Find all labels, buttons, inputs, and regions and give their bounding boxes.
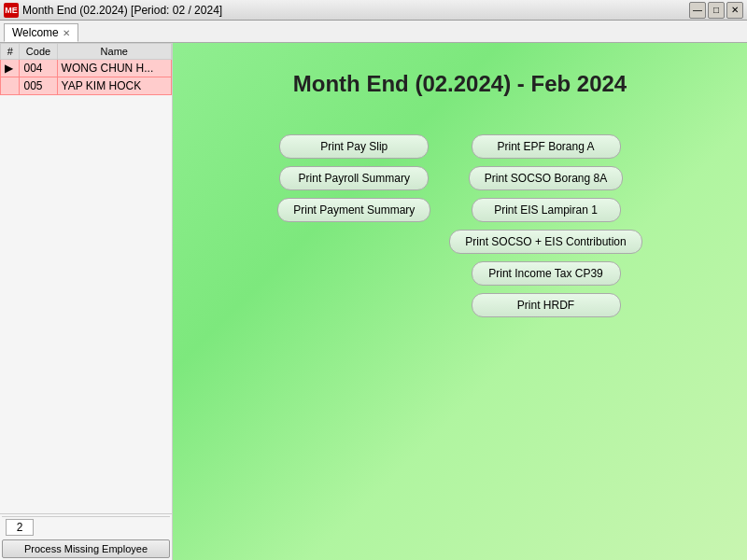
col-name: Name — [57, 44, 171, 60]
window-controls: — □ ✕ — [689, 2, 743, 19]
panel-title: Month End (02.2024) - Feb 2024 — [293, 71, 627, 97]
print-payroll-summary-button[interactable]: Print Payroll Summary — [279, 166, 429, 190]
row-indicator — [1, 77, 20, 95]
row-code: 005 — [20, 77, 57, 95]
print-eis-lampiran-1-button[interactable]: Print EIS Lampiran 1 — [472, 198, 621, 222]
count-row: 2 — [2, 516, 170, 538]
tab-bar: Welcome ✕ — [0, 21, 747, 43]
left-buttons-column: Print Pay SlipPrint Payroll SummaryPrint… — [277, 134, 430, 317]
row-name: WONG CHUN H... — [57, 60, 171, 77]
buttons-layout: Print Pay SlipPrint Payroll SummaryPrint… — [277, 134, 641, 317]
window-title: Month End (02.2024) [Period: 02 / 2024] — [22, 4, 689, 17]
row-code: 004 — [20, 60, 57, 77]
print-pay-slip-button[interactable]: Print Pay Slip — [279, 134, 429, 159]
main-container: Welcome ✕ # Code Name ▶ 004 — [0, 21, 747, 560]
row-name: YAP KIM HOCK — [57, 77, 171, 95]
col-code: Code — [20, 44, 57, 60]
title-bar: ME Month End (02.2024) [Period: 02 / 202… — [0, 0, 747, 21]
tab-label: Welcome — [12, 26, 59, 39]
minimize-button[interactable]: — — [689, 2, 706, 19]
table-row[interactable]: 005 YAP KIM HOCK — [1, 77, 172, 95]
col-indicator: # — [1, 44, 20, 60]
print-income-tax-cp39-button[interactable]: Print Income Tax CP39 — [472, 261, 621, 286]
maximize-button[interactable]: □ — [708, 2, 725, 19]
employee-count: 2 — [6, 519, 34, 536]
row-indicator: ▶ — [1, 60, 20, 77]
main-panel: Month End (02.2024) - Feb 2024 Print Pay… — [173, 43, 747, 560]
print-epf-borang-a-button[interactable]: Print EPF Borang A — [472, 134, 621, 159]
content-area: # Code Name ▶ 004 WONG CHUN H... 005 YAP… — [0, 43, 747, 560]
print-payment-summary-button[interactable]: Print Payment Summary — [277, 198, 430, 222]
close-button[interactable]: ✕ — [726, 2, 743, 19]
print-socso-borang-8a-button[interactable]: Print SOCSO Borang 8A — [469, 166, 623, 190]
sidebar: # Code Name ▶ 004 WONG CHUN H... 005 YAP… — [0, 43, 173, 560]
tab-close-icon[interactable]: ✕ — [63, 28, 70, 38]
app-icon: ME — [4, 3, 19, 18]
table-row[interactable]: ▶ 004 WONG CHUN H... — [1, 60, 172, 77]
print-socso-eis-contribution-button[interactable]: Print SOCSO + EIS Contribution — [449, 230, 641, 254]
tab-welcome[interactable]: Welcome ✕ — [4, 23, 78, 42]
right-buttons-column: Print EPF Borang APrint SOCSO Borang 8AP… — [449, 134, 641, 317]
process-missing-employee-button[interactable]: Process Missing Employee — [2, 539, 170, 558]
print-hrdf-button[interactable]: Print HRDF — [472, 293, 621, 317]
employee-table: # Code Name ▶ 004 WONG CHUN H... 005 YAP… — [0, 43, 172, 513]
sidebar-footer: 2 Process Missing Employee — [0, 513, 172, 560]
